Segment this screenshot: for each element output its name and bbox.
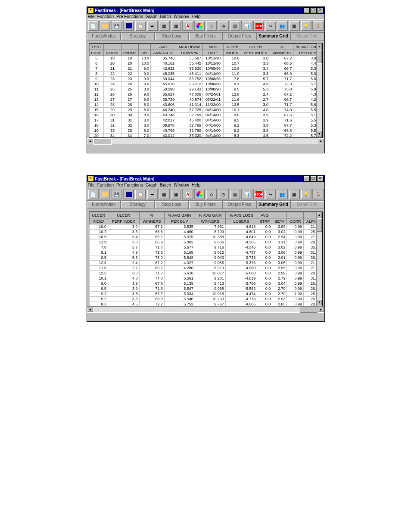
- table-row[interactable]: 1933338.040.79932.76904/14/009.23.868.85…: [89, 128, 322, 134]
- menu-file[interactable]: File: [88, 14, 95, 19]
- column-header[interactable]: PARM2: [121, 50, 138, 56]
- tab-buyfilters[interactable]: Buy Filters: [189, 201, 223, 208]
- column-header[interactable]: % AVG LOSS: [225, 212, 257, 218]
- maximize-button[interactable]: ▢: [310, 176, 317, 182]
- menu-window[interactable]: Window: [174, 14, 189, 19]
- minimize-button[interactable]: _: [303, 176, 310, 182]
- table-row[interactable]: 1226269.035.62747.00807/24/0112.82.467.2…: [89, 92, 322, 97]
- column-header[interactable]: WINNERS: [195, 218, 225, 224]
- tab-buyfilters[interactable]: Buy Filters: [189, 32, 223, 40]
- scroll-left-button[interactable]: ◂: [87, 307, 93, 312]
- menu-help[interactable]: Help: [192, 14, 201, 19]
- table-row[interactable]: 9.53.971.65.5479.968-5.5820.02.700.9926.…: [89, 286, 322, 292]
- column-header[interactable]: % AVG GAIN: [164, 212, 195, 218]
- column-header[interactable]: MDD: [202, 44, 223, 50]
- column-header[interactable]: PERF INDEX: [108, 218, 139, 224]
- toolbar-save[interactable]: 💾: [111, 21, 122, 31]
- toolbar-t1[interactable]: ▦: [159, 21, 169, 31]
- menu-prefunctions[interactable]: Pre Functions: [116, 183, 143, 187]
- table-row[interactable]: 1529298.046.24037.72504/14/0010.14.074.0…: [89, 108, 322, 113]
- toolbar-new[interactable]: 📄: [88, 189, 99, 199]
- tab-outputfiles[interactable]: Output Files: [222, 201, 256, 208]
- toolbar-t2[interactable]: ▦: [171, 21, 181, 31]
- toolbar-run[interactable]: 🏃: [312, 21, 323, 31]
- column-header[interactable]: INDEX: [89, 218, 108, 224]
- scroll-right-button[interactable]: ▸: [318, 307, 324, 312]
- scroll-up-button[interactable]: ▴: [317, 44, 322, 50]
- table-row[interactable]: 10.73.368.54.4608.709-4.8010.03.020.9925…: [89, 230, 322, 235]
- column-header[interactable]: INDEX: [224, 50, 241, 56]
- tab-summarygrid[interactable]: Summary Grid: [256, 32, 290, 40]
- column-header[interactable]: TEST: [89, 44, 104, 50]
- column-header[interactable]: ANNUAL %: [151, 50, 176, 56]
- toolbar-t2[interactable]: ▦: [171, 189, 181, 199]
- menu-window[interactable]: Window: [174, 183, 189, 187]
- column-header[interactable]: CASE: [89, 50, 104, 56]
- column-header[interactable]: PARM1: [104, 50, 121, 56]
- menu-help[interactable]: Help: [192, 183, 201, 187]
- scroll-thumb-h[interactable]: [300, 307, 318, 313]
- table-row[interactable]: 10.03.067.23.8357.961-4.6180.02.890.9921…: [89, 224, 322, 230]
- column-header[interactable]: PER BUY: [164, 218, 195, 224]
- title-bar[interactable]: F FastBreak - [FastBreak Main] _ ▢ ✕: [87, 175, 324, 182]
- maximize-button[interactable]: ▢: [310, 7, 317, 13]
- column-header[interactable]: ULCER: [241, 44, 270, 50]
- toolbar-stop[interactable]: STOP: [253, 21, 264, 31]
- table-row[interactable]: 2034347.043.01233.32004/14/008.34.572.25…: [89, 134, 322, 138]
- toolbar-color[interactable]: [194, 189, 205, 199]
- toolbar-diamond[interactable]: ◇: [206, 189, 217, 199]
- horizontal-scrollbar[interactable]: ◂ ▸: [87, 138, 324, 144]
- table-row[interactable]: 12.82.467.24.3279.055-5.3760.03.050.9921…: [89, 261, 322, 266]
- toolbar-bulb[interactable]: 💡: [301, 21, 311, 31]
- vertical-scrollbar[interactable]: ▴ ▾: [316, 44, 322, 137]
- scroll-thumb-h[interactable]: [93, 138, 112, 145]
- table-row[interactable]: 8.14.972.35.1959.015-4.7870.03.060.9931.…: [89, 250, 322, 255]
- table-row[interactable]: 8.34.572.25.7529.767-4.6860.02.650.9928.…: [89, 302, 322, 307]
- scroll-down-button[interactable]: ▾: [317, 299, 322, 306]
- toolbar-new[interactable]: 📄: [88, 21, 99, 31]
- table-row[interactable]: 1630308.043.74832.76904/14/009.03.967.65…: [89, 113, 322, 118]
- close-button[interactable]: ✕: [317, 7, 324, 13]
- column-header[interactable]: WINNERS: [139, 218, 164, 224]
- column-header[interactable]: % AVG GAIN: [195, 212, 225, 218]
- scroll-thumb[interactable]: [317, 218, 322, 232]
- toolbar-save[interactable]: 💾: [111, 189, 122, 199]
- toolbar-copy[interactable]: 📋: [135, 21, 146, 31]
- table-row[interactable]: 7.85.771.75.6779.716-4.5460.03.020.9835.…: [89, 245, 322, 250]
- column-header[interactable]: AVG: [151, 44, 176, 50]
- table-row[interactable]: 923239.050.04433.75210/08/987.85.771.75.…: [89, 77, 322, 82]
- summary-grid-right[interactable]: ULCERULCER%% AVG GAIN% AVG GAIN% AVG LOS…: [89, 212, 323, 306]
- toolbar-calc[interactable]: ▤: [230, 189, 240, 199]
- column-header[interactable]: ULCER: [224, 44, 241, 50]
- toolbar-color[interactable]: [194, 21, 205, 31]
- tab-funds[interactable]: Funds/Index: [87, 201, 121, 208]
- toolbar-open[interactable]: [100, 189, 110, 199]
- toolbar-clock[interactable]: ◷: [218, 21, 228, 31]
- table-row[interactable]: 1327279.035.72940.57403/22/0111.62.766.7…: [89, 97, 322, 103]
- table-row[interactable]: 6202010.040.16235.44510/11/9010.73.368.5…: [89, 61, 322, 66]
- menu-graph[interactable]: Graph: [146, 183, 158, 187]
- toolbar-bulb[interactable]: 💡: [301, 189, 311, 199]
- toolbar-run[interactable]: 🏃: [312, 189, 323, 199]
- table-row[interactable]: 1731318.042.01745.40004/14/009.53.971.65…: [89, 118, 322, 123]
- toolbar-arrow[interactable]: ↪: [265, 21, 276, 31]
- title-bar[interactable]: F FastBreak - [FastBreak Main] _ ▢ ✕: [87, 7, 324, 14]
- column-header[interactable]: WINNERS: [270, 50, 293, 56]
- toolbar-diamond[interactable]: ◇: [206, 21, 217, 31]
- toolbar-t1[interactable]: ▦: [159, 189, 169, 199]
- menu-function[interactable]: Function: [97, 183, 114, 187]
- toolbar-auto[interactable]: A: [182, 189, 193, 199]
- table-row[interactable]: 9.23.867.75.33410.018-4.4740.02.701.0025…: [89, 292, 322, 297]
- column-header[interactable]: STRF: [257, 218, 272, 224]
- toolbar-chart[interactable]: 📊: [241, 189, 252, 199]
- column-header[interactable]: %: [270, 44, 293, 50]
- scroll-up-button[interactable]: ▴: [317, 212, 322, 218]
- tab-funds[interactable]: Funds/Index: [87, 32, 121, 40]
- summary-grid[interactable]: TESTAVGMAX DRAWMDDULCERULCER%% AVG GAIN …: [89, 43, 323, 138]
- table-row[interactable]: 822229.045.03545.41104/14/0011.93.366.95…: [89, 72, 322, 77]
- tab-strategy[interactable]: Strategy: [121, 201, 155, 208]
- menu-batch[interactable]: Batch: [160, 183, 171, 187]
- toolbar-chart[interactable]: 📊: [241, 21, 252, 31]
- table-row[interactable]: 1024249.045.07029.21210/08/988.14.972.35…: [89, 82, 322, 87]
- table-row[interactable]: 9.23.868.85.54010.203-4.7180.02.930.9926…: [89, 297, 322, 302]
